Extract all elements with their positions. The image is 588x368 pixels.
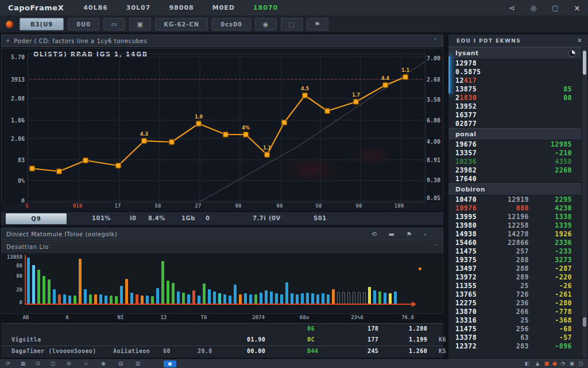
chart-section-header[interactable]: ⌖ Poder ( CD: factors line a 1cy6 tonecu…	[1, 34, 443, 47]
screenshot-icon[interactable]: ◳	[578, 361, 583, 366]
sensor-row[interactable]: 11475256-68	[448, 325, 581, 334]
sensor-row[interactable]: 13972289-220	[448, 273, 581, 282]
chevron-down-icon[interactable]: ˅	[435, 244, 438, 250]
sensor-row[interactable]: 13870266-778	[448, 308, 581, 316]
card-icon[interactable]: ▭	[103, 18, 125, 30]
sensor-row[interactable]: 1337863-57	[448, 334, 581, 342]
toolbar-button[interactable]: B3(U9	[20, 18, 64, 30]
primary-metric-button[interactable]: Q9	[6, 213, 67, 224]
toolbar-button[interactable]: 0cs00	[212, 18, 251, 30]
keyboard-icon[interactable]: ⌸	[84, 361, 87, 367]
sensor-row[interactable]: 10470129192295	[448, 195, 581, 204]
sensor-row[interactable]: 2183000	[448, 94, 581, 102]
sensor-row[interactable]: 1387585	[448, 85, 581, 94]
theme-toggle-icon[interactable]	[568, 50, 575, 57]
sensor-row[interactable]: 13980122581339	[448, 221, 581, 230]
bar	[141, 296, 144, 304]
collapse-icon[interactable]: ‹	[424, 231, 427, 238]
disk-icon[interactable]: ▣	[129, 18, 151, 30]
sensor-row[interactable]: 12978	[448, 59, 581, 68]
value-part: 13952	[455, 102, 477, 110]
panel-scrollbar[interactable]	[582, 48, 587, 358]
list-icon[interactable]: ▤	[118, 361, 123, 366]
sensor-group-header[interactable]: Iysant	[448, 47, 581, 59]
sensor-row[interactable]: 14938142781926	[448, 230, 581, 239]
sync-icon[interactable]: ⟳	[6, 361, 10, 366]
status-metric: 0	[206, 215, 210, 221]
sensor-mid-value: 14278	[508, 230, 529, 238]
sensor-row[interactable]: 1135525-26	[448, 282, 581, 290]
scrollbar-thumb[interactable]	[583, 51, 586, 75]
toolbar-button[interactable]: 0U0	[68, 18, 99, 30]
sensor-mid-value: 12196	[508, 213, 529, 221]
refresh-icon[interactable]: ⟲	[372, 231, 377, 238]
sensor-row[interactable]: 102364358	[448, 158, 581, 166]
sensor-row[interactable]: 11475257-233	[448, 247, 581, 256]
sensor-row[interactable]: 1967612985	[448, 140, 581, 149]
sensor-row[interactable]: 17640	[448, 175, 581, 183]
menu-bar: 40L8630L0798008M0ED18070	[83, 4, 278, 12]
maximize-icon[interactable]: ▢	[550, 4, 560, 12]
updates-icon[interactable]: ▲	[536, 361, 540, 366]
sensor-row[interactable]: 13952	[448, 102, 581, 111]
window-icon[interactable]: ⊡	[36, 361, 40, 366]
bar	[125, 279, 128, 304]
duration-list-header[interactable]: Desattian Llo ˅	[1, 241, 443, 252]
sensor-delta-value: 1339	[555, 221, 572, 229]
menu-item[interactable]: 30L07	[126, 4, 151, 12]
bar	[167, 281, 169, 304]
clock-icon[interactable]: ◔	[560, 361, 565, 366]
record-dot-icon[interactable]	[6, 21, 13, 28]
sensor-group-header[interactable]: Dobiron	[448, 183, 581, 195]
value-part: 257	[516, 247, 529, 255]
circle-icon[interactable]: ◉	[255, 18, 277, 30]
menu-item[interactable]: 40L86	[83, 4, 108, 12]
bar	[285, 282, 288, 304]
share-icon[interactable]: ⊲	[506, 4, 517, 12]
sensor-row[interactable]: 0.5875	[448, 68, 581, 76]
layers-icon[interactable]: ⧉	[67, 361, 71, 367]
sensor-row[interactable]: 13357-210	[448, 149, 581, 158]
window-controls: ⊲◎▢✕	[506, 0, 582, 16]
analysis-section-header[interactable]: Diniect Matomule IToloe (oolegolk) ⟲▬⚑‹	[1, 228, 443, 240]
app-tray-icon[interactable]: ▣	[570, 361, 575, 366]
flag-icon[interactable]: ⚑	[307, 18, 328, 30]
sensor-group-header[interactable]: ponal	[448, 128, 581, 140]
window-icon[interactable]: ⬚	[281, 18, 303, 30]
sensor-row[interactable]: 239822260	[448, 166, 581, 175]
chart-tray-icon[interactable]: ◧	[525, 361, 530, 366]
sensor-row[interactable]: 13765726-261	[448, 290, 581, 299]
settings-icon[interactable]: ◎	[528, 4, 539, 12]
close-icon[interactable]: ✕	[572, 4, 582, 13]
active-app-button[interactable]	[164, 361, 176, 367]
scrollbar-thumb-secondary[interactable]	[583, 317, 586, 327]
bar	[89, 294, 92, 304]
sensor-row[interactable]: 02877	[448, 120, 581, 128]
sensor-row[interactable]: 193752883273	[448, 256, 581, 264]
list-icon[interactable]: ▬	[389, 231, 395, 238]
columns-icon[interactable]: ▥	[136, 361, 141, 366]
sensor-row[interactable]: 12372283-896	[448, 342, 581, 351]
menu-item[interactable]: M0ED	[212, 4, 235, 12]
sensor-row[interactable]: 16377	[448, 111, 581, 120]
panels-icon[interactable]: ◫	[51, 361, 56, 366]
sensor-row[interactable]: 13497288-287	[448, 264, 581, 273]
alert-icon[interactable]: ■	[544, 361, 550, 366]
value-part: 14278	[508, 230, 529, 238]
sensor-row[interactable]: 12417	[448, 76, 581, 85]
sensor-row[interactable]: 13995121961338	[448, 213, 581, 221]
toolbar-button[interactable]: KG-62-CN	[155, 18, 208, 30]
sensor-row[interactable]: 12275236-280	[448, 299, 581, 308]
menu-item[interactable]: 98008	[169, 4, 194, 12]
chevron-down-icon[interactable]: ˅	[434, 38, 437, 44]
notification-icon[interactable]: ●	[552, 361, 557, 366]
sensor-row[interactable]: 15460228662336	[448, 239, 581, 247]
flag-icon[interactable]: ⚑	[407, 231, 412, 238]
grid-icon[interactable]: ▦	[21, 361, 26, 366]
record-icon[interactable]: ◉	[101, 361, 106, 366]
sensor-row[interactable]: 1331625-368	[448, 316, 581, 325]
chart-section-title: Poder ( CD: factors line a 1cy6 tonecube…	[14, 38, 147, 44]
close-icon[interactable]: ✕	[577, 37, 582, 44]
menu-item[interactable]: 18070	[253, 4, 278, 12]
sensor-row[interactable]: 109760804230	[448, 204, 581, 213]
